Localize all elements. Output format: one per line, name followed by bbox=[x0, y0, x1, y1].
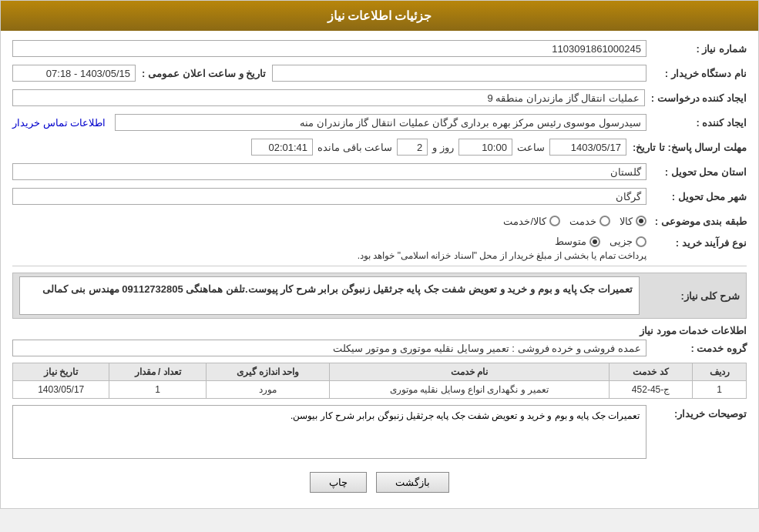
reply-deadline-row: مهلت ارسال پاسخ: تا تاریخ: 1403/05/17 سا… bbox=[12, 137, 747, 157]
creator-value: سیدرسول موسوی رئیس مرکز بهره برداری گرگا… bbox=[115, 114, 646, 131]
category-kala-khedmat-radio[interactable] bbox=[549, 216, 560, 226]
content-area: شماره نیاز : 1103091861000245 نام دستگاه… bbox=[1, 31, 758, 508]
delivery-province-row: استان محل تحویل : گلستان bbox=[12, 162, 747, 182]
purchase-note: پرداخت تمام یا بخشی از مبلغ خریدار از مح… bbox=[12, 250, 646, 261]
delivery-city-row: شهر محل تحویل : گرگان bbox=[12, 186, 747, 206]
purchase-jozii-item: جزیی bbox=[610, 236, 646, 247]
col-date: تاریخ نیاز bbox=[13, 363, 109, 381]
buyer-station-value bbox=[272, 65, 646, 82]
reply-time-label: ساعت bbox=[517, 142, 545, 153]
need-description-label: شرح کلی نیاز: bbox=[640, 290, 740, 302]
creator-label: ایجاد کننده : bbox=[646, 117, 747, 129]
reply-deadline-label: مهلت ارسال پاسخ: تا تاریخ: bbox=[626, 142, 747, 153]
buttons-row: بازگشت چاپ bbox=[12, 472, 747, 493]
category-label: طبقه بندی موضوعی : bbox=[646, 216, 747, 227]
delivery-province-value: گلستان bbox=[12, 163, 646, 180]
buyer-station-label: نام دستگاه خریدار : bbox=[646, 68, 747, 79]
category-radio-group: کالا خدمت کالا/خدمت bbox=[12, 216, 646, 227]
divider-1 bbox=[12, 266, 747, 266]
service-group-row: گروه خدمت : عمده فروشی و خرده فروشی : تع… bbox=[12, 340, 747, 356]
category-row: طبقه بندی موضوعی : کالا خدمت کالا/خدمت bbox=[12, 211, 747, 231]
purchase-type-row: نوع فرآیند خرید : جزیی متوسط پرداخت تمام… bbox=[12, 236, 747, 261]
cell-service-code: ج-45-452 bbox=[610, 381, 693, 399]
contact-link[interactable]: اطلاعات تماس خریدار bbox=[12, 117, 106, 129]
category-kala-radio[interactable] bbox=[636, 216, 646, 226]
requester-row: ایجاد کننده درخواست : عملیات انتقال گاز … bbox=[12, 88, 747, 108]
station-announcement-row: نام دستگاه خریدار : تاریخ و ساعت اعلان ع… bbox=[12, 63, 747, 83]
page-wrapper: جزئیات اطلاعات نیاز شماره نیاز : 1103091… bbox=[0, 0, 759, 509]
buyer-description-label: توصیحات خریدار: bbox=[646, 405, 747, 420]
reply-date-value: 1403/05/17 bbox=[549, 139, 626, 156]
col-row-num: ردیف bbox=[693, 363, 747, 381]
back-button[interactable]: بازگشت bbox=[376, 472, 449, 493]
reply-time-value: 10:00 bbox=[458, 139, 512, 156]
reply-remaining-label: ساعت باقی مانده bbox=[317, 142, 392, 153]
purchase-radio-group: جزیی متوسط bbox=[12, 236, 646, 247]
purchase-jozii-label: جزیی bbox=[610, 236, 633, 247]
requester-label: ایجاد کننده درخواست : bbox=[645, 92, 747, 104]
service-group-label: گروه خدمت : bbox=[646, 343, 747, 354]
category-khedmat-item: خدمت bbox=[569, 216, 610, 227]
col-quantity: تعداد / مقدار bbox=[109, 363, 206, 381]
need-number-row: شماره نیاز : 1103091861000245 bbox=[12, 38, 747, 59]
buyer-description-textarea[interactable] bbox=[12, 405, 646, 459]
category-kala-khedmat-label: کالا/خدمت bbox=[503, 216, 546, 227]
table-row: 1 ج-45-452 تعمیر و نگهداری انواع وسایل ن… bbox=[13, 381, 747, 399]
page-title: جزئیات اطلاعات نیاز bbox=[327, 9, 432, 22]
need-description-section: شرح کلی نیاز: تعمیرات جک پایه و بوم و خر… bbox=[12, 273, 747, 319]
need-number-value: 1103091861000245 bbox=[12, 40, 646, 57]
cell-date: 1403/05/17 bbox=[13, 381, 109, 399]
cell-row-num: 1 bbox=[693, 381, 747, 399]
buyer-description-row: توصیحات خریدار: bbox=[12, 405, 747, 461]
category-khedmat-radio[interactable] bbox=[599, 216, 610, 226]
category-khedmat-label: خدمت bbox=[569, 216, 596, 227]
category-kala-item: کالا bbox=[620, 216, 646, 227]
table-body: 1 ج-45-452 تعمیر و نگهداری انواع وسایل ن… bbox=[13, 381, 747, 399]
table-header: ردیف کد خدمت نام خدمت واحد اندازه گیری ت… bbox=[13, 363, 747, 381]
buyer-description-container bbox=[12, 405, 646, 461]
purchase-jozii-radio[interactable] bbox=[636, 236, 646, 247]
cell-unit: مورد bbox=[206, 381, 330, 399]
purchase-motevaset-radio[interactable] bbox=[589, 236, 600, 247]
services-table-section: ردیف کد خدمت نام خدمت واحد اندازه گیری ت… bbox=[12, 363, 747, 399]
service-group-value: عمده فروشی و خرده فروشی : تعمیر وسایل نق… bbox=[12, 340, 646, 356]
services-section-label: اطلاعات خدمات مورد نیاز bbox=[12, 325, 747, 336]
category-kala-label: کالا bbox=[620, 216, 633, 227]
services-table: ردیف کد خدمت نام خدمت واحد اندازه گیری ت… bbox=[12, 363, 747, 399]
category-kala-khedmat-item: کالا/خدمت bbox=[503, 216, 560, 227]
creator-row: ایجاد کننده : سیدرسول موسوی رئیس مرکز به… bbox=[12, 112, 747, 132]
col-service-code: کد خدمت bbox=[610, 363, 693, 381]
purchase-type-content: جزیی متوسط پرداخت تمام یا بخشی از مبلغ خ… bbox=[12, 236, 646, 261]
page-header: جزئیات اطلاعات نیاز bbox=[1, 1, 758, 31]
reply-days-value: 2 bbox=[397, 139, 428, 156]
need-description-value: تعمیرات جک پایه و بوم و خرید و تعویض شفت… bbox=[19, 276, 640, 315]
requester-value: عملیات انتقال گاز مازندران منطقه 9 bbox=[12, 89, 645, 106]
announcement-label: تاریخ و ساعت اعلان عمومی : bbox=[142, 68, 266, 79]
cell-quantity: 1 bbox=[109, 381, 206, 399]
delivery-city-value: گرگان bbox=[12, 188, 646, 205]
need-number-label: شماره نیاز : bbox=[646, 43, 747, 55]
col-service-name: نام خدمت bbox=[330, 363, 610, 381]
col-unit: واحد اندازه گیری bbox=[206, 363, 330, 381]
table-header-row: ردیف کد خدمت نام خدمت واحد اندازه گیری ت… bbox=[13, 363, 747, 381]
reply-remaining-value: 02:01:41 bbox=[251, 139, 313, 156]
delivery-city-label: شهر محل تحویل : bbox=[646, 191, 747, 202]
reply-day-label: روز و bbox=[432, 142, 454, 153]
purchase-motevaset-label: متوسط bbox=[555, 236, 586, 247]
purchase-motevaset-item: متوسط bbox=[555, 236, 600, 247]
delivery-province-label: استان محل تحویل : bbox=[646, 166, 747, 178]
print-button[interactable]: چاپ bbox=[310, 472, 367, 493]
announcement-value: 1403/05/15 - 07:18 bbox=[12, 65, 136, 82]
cell-service-name: تعمیر و نگهداری انواع وسایل نقلیه موتوری bbox=[330, 381, 610, 399]
purchase-type-label: نوع فرآیند خرید : bbox=[646, 236, 747, 249]
